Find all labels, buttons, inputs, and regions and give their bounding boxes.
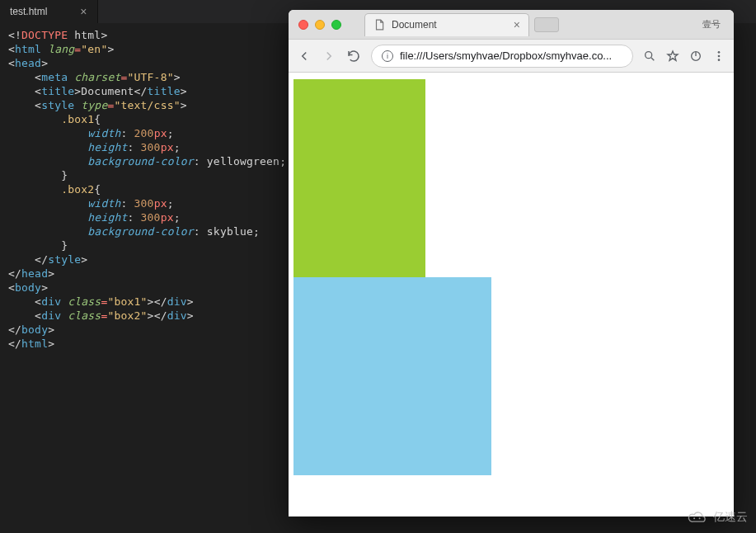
reload-button[interactable] [346, 49, 361, 64]
code-token: height [87, 211, 127, 224]
code-token: background-color [87, 155, 193, 167]
code-token: width [87, 197, 120, 210]
code-token: title [148, 85, 181, 97]
code-token: html [15, 43, 41, 55]
editor-tab-filename: test.html [10, 6, 47, 17]
menu-icon[interactable] [712, 50, 725, 63]
code-token: title [41, 85, 74, 97]
code-token: html [21, 337, 48, 350]
window-minimize-button[interactable] [315, 20, 325, 30]
code-token: box1 [114, 295, 140, 308]
code-token: 300 [134, 197, 154, 210]
back-button[interactable] [297, 49, 312, 64]
close-icon[interactable]: × [514, 18, 520, 31]
code-token: height [87, 141, 127, 153]
code-token: class [68, 295, 101, 308]
code-token: en [87, 43, 101, 55]
reload-icon [346, 49, 361, 64]
cloud-icon [687, 510, 708, 525]
svg-point-6 [699, 517, 701, 519]
code-token: class [68, 309, 101, 322]
power-icon[interactable] [689, 50, 702, 63]
code-token: div [41, 309, 61, 322]
code-token: div [41, 295, 61, 308]
code-token: 300 [141, 141, 161, 153]
code-token: style [48, 253, 81, 266]
new-tab-button[interactable] [534, 17, 559, 32]
window-maximize-button[interactable] [331, 20, 341, 30]
code-token: .box1 [61, 113, 94, 125]
code-token: lang [48, 43, 74, 55]
profile-badge[interactable]: 壹号 [699, 17, 724, 32]
code-token: body [21, 323, 48, 336]
arrow-left-icon [297, 49, 312, 64]
forward-button[interactable] [322, 49, 336, 64]
code-token: style [41, 99, 74, 111]
code-token: skyblue [207, 225, 253, 238]
window-close-button[interactable] [298, 20, 308, 30]
code-token: box2 [114, 309, 140, 322]
code-token: px [154, 197, 167, 210]
svg-point-3 [718, 54, 721, 57]
browser-tab-document[interactable]: Document × [364, 13, 529, 36]
code-token: .box2 [61, 183, 94, 196]
document-icon [373, 19, 385, 31]
rendered-box2 [293, 277, 491, 475]
code-token: body [15, 281, 41, 294]
browser-tab-title: Document [392, 19, 507, 31]
svg-point-4 [718, 59, 721, 61]
browser-titlebar: Document × 壹号 [289, 10, 734, 40]
code-token: yellowgreen [207, 155, 279, 167]
address-bar[interactable]: i file:///Users/smyhvae/Dropbox/smyhvae.… [371, 45, 633, 68]
code-token: charset [74, 71, 120, 83]
code-token: Document [81, 85, 134, 97]
code-token: px [161, 211, 174, 224]
bookmark-icon[interactable] [666, 50, 679, 63]
code-token: div [167, 295, 187, 308]
browser-window: Document × 壹号 i file:///Users/smyhvae/Dr… [289, 10, 734, 516]
code-token: width [87, 127, 120, 139]
code-token: 300 [141, 211, 161, 224]
code-token: UTF-8 [134, 71, 167, 83]
code-token: meta [41, 71, 68, 83]
svg-point-0 [646, 51, 652, 58]
code-token: 200 [134, 127, 154, 139]
watermark-text: 亿速云 [713, 510, 748, 525]
watermark: 亿速云 [687, 510, 748, 525]
code-token: type [81, 99, 107, 111]
code-token: text/css [120, 99, 173, 111]
code-token: px [161, 141, 174, 153]
browser-viewport [289, 73, 734, 516]
browser-tabs: Document × [364, 13, 693, 36]
url-text: file:///Users/smyhvae/Dropbox/smyhvae.co… [400, 50, 622, 62]
code-token: html [74, 29, 101, 41]
svg-point-5 [693, 517, 695, 519]
editor-tab-test-html[interactable]: test.html × [0, 0, 98, 23]
code-token: head [21, 267, 48, 280]
code-token: background-color [87, 225, 193, 238]
code-token: DOCTYPE [21, 29, 68, 41]
arrow-right-icon [322, 49, 336, 64]
browser-toolbar: i file:///Users/smyhvae/Dropbox/smyhvae.… [289, 40, 734, 73]
info-icon: i [382, 50, 393, 62]
close-icon[interactable]: × [80, 5, 87, 18]
code-token: px [154, 127, 167, 139]
zoom-icon[interactable] [643, 50, 656, 63]
svg-point-2 [718, 51, 721, 54]
code-token: div [167, 309, 187, 322]
traffic-lights [298, 20, 341, 30]
rendered-box1 [293, 79, 425, 277]
code-token: head [15, 57, 41, 69]
